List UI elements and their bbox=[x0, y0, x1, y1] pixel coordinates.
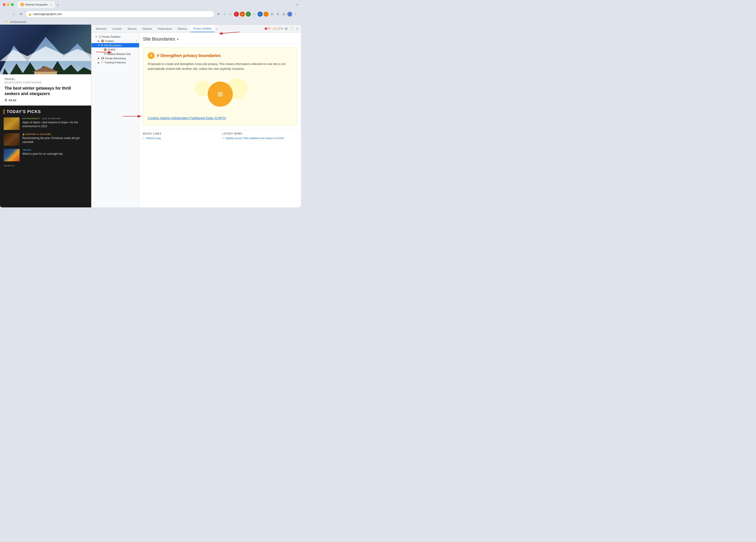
chips-label: CHIPS bbox=[108, 48, 116, 51]
hero-section: TRAVEL ADVENTURES EVERYWHERE The best wi… bbox=[0, 25, 91, 106]
forward-button[interactable]: → bbox=[10, 11, 16, 17]
info-badge: 📋 74 bbox=[277, 27, 283, 30]
active-tab[interactable]: N National Geographic × bbox=[17, 1, 55, 8]
pick-category-2: TRAVEL bbox=[22, 149, 88, 151]
tab-network[interactable]: Network bbox=[140, 25, 155, 32]
list-item[interactable]: TRAVEL What to pack for an overnight tri… bbox=[4, 149, 88, 161]
devtools-panel: Elements Console Sources Network Perform… bbox=[91, 25, 301, 207]
tab-privacy-sandbox[interactable]: Privacy Sandbox bbox=[190, 25, 215, 32]
list-item[interactable]: 🔒 HISTORY & CULTURE Remembering the year… bbox=[4, 133, 88, 146]
sidebar-item-tracking-protection[interactable]: ▶ 🛡 Tracking Protection bbox=[91, 60, 139, 65]
sidebar-item-privacy-sandbox[interactable]: ▼ 🏖 Privacy Sandbox bbox=[91, 35, 139, 39]
ext4-icon[interactable]: ✓ bbox=[246, 12, 251, 17]
tab-close-button[interactable]: × bbox=[50, 3, 52, 6]
settings-button[interactable]: ⚙ bbox=[284, 26, 289, 31]
thumb-env-image bbox=[4, 117, 20, 130]
ext8-icon[interactable]: ⊡ bbox=[269, 12, 274, 17]
more-menu-button[interactable]: ⋮ bbox=[293, 12, 298, 17]
animals-label: ANIMALS bbox=[4, 165, 88, 167]
devtools-body: ▼ 🏖 Privacy Sandbox ▶ 🍪 Cookies ⠿ ▼ bbox=[91, 33, 301, 207]
card-title: # Strengthen privacy boundaries bbox=[157, 53, 221, 58]
nav-bar: ← → ↺ 🔒 nationalgeographic.com 👁 ☆ □ 🔴 2… bbox=[0, 9, 301, 19]
card-icon-label: B bbox=[150, 54, 152, 57]
window-chevron: ∨ bbox=[296, 3, 298, 6]
website-panel: TRAVEL ADVENTURES EVERYWHERE The best wi… bbox=[0, 25, 91, 207]
report-bug-link[interactable]: Report a bug bbox=[143, 137, 218, 139]
expand-arrow-tp: ▶ bbox=[98, 61, 100, 64]
latest-news-column: LATEST NEWS Digiday survey: Why publishe… bbox=[223, 132, 298, 140]
close-traffic-light[interactable] bbox=[3, 3, 5, 6]
tab-title: National Geographic bbox=[25, 3, 48, 6]
error-count: 27 bbox=[268, 27, 270, 30]
pick-title-0: Signs of alarm—and reasons to hope—for t… bbox=[22, 121, 88, 128]
maximize-traffic-light[interactable] bbox=[11, 3, 14, 6]
back-button[interactable]: ← bbox=[3, 11, 9, 17]
quick-links-header: QUICK LINKS bbox=[143, 132, 218, 135]
refresh-button[interactable]: ↺ bbox=[18, 11, 24, 17]
bookmarks-label[interactable]: All Bookmarks bbox=[10, 21, 26, 23]
warning-icon: ⚠ bbox=[271, 27, 273, 30]
minimize-traffic-light[interactable] bbox=[7, 3, 10, 6]
tab-memory[interactable]: Memory bbox=[175, 25, 190, 32]
card-description: Proposals to create and strengthen cross… bbox=[148, 62, 293, 71]
ext5-icon[interactable]: □ bbox=[252, 12, 257, 17]
ext2-icon[interactable]: 🔴 bbox=[234, 12, 239, 17]
lock-icon-1: 🔒 bbox=[22, 133, 25, 135]
error-icon: 🔴 bbox=[264, 27, 267, 30]
sidebar-item-related-website-sets[interactable]: ⊞ Related Website Sets bbox=[91, 52, 139, 56]
tab-performance[interactable]: Performance bbox=[155, 25, 175, 32]
privacy-sandbox-icon: 🏖 bbox=[98, 35, 101, 38]
devtools-menu-button[interactable]: ⋮ bbox=[290, 26, 295, 31]
ext9-icon[interactable]: G bbox=[275, 12, 280, 17]
ext3-badge[interactable]: 22 bbox=[240, 12, 245, 17]
picks-section: TODAY'S PICKS ENVIRONMENT 2023 IN REVIEW… bbox=[0, 106, 91, 207]
sidebar-item-site-boundaries[interactable]: ▼ ⊞ Site Boundaries bbox=[91, 43, 139, 47]
pick-thumbnail-0 bbox=[4, 117, 20, 130]
sidebar-item-chips[interactable]: 🍪 CHIPS bbox=[91, 47, 139, 52]
tab-privacy-sandbox-label: Privacy Sandbox bbox=[193, 27, 212, 30]
private-advertising-icon: 📢 bbox=[101, 57, 104, 60]
avatar-icon[interactable]: 👤 bbox=[287, 12, 292, 17]
bottom-section: QUICK LINKS Report a bug LATEST NEWS Dig… bbox=[143, 129, 297, 140]
main-area: TRAVEL ADVENTURES EVERYWHERE The best wi… bbox=[0, 25, 301, 207]
rws-label: Related Website Sets bbox=[107, 53, 131, 55]
report-bug-label: Report a bug bbox=[146, 137, 161, 139]
devtools-close-button[interactable]: × bbox=[295, 26, 299, 31]
tab-bar: N National Geographic × + bbox=[17, 1, 294, 8]
read-label: READ bbox=[9, 99, 17, 102]
ext6-icon[interactable]: 94 bbox=[258, 12, 263, 17]
card-header: B # Strengthen privacy boundaries bbox=[148, 52, 293, 59]
lock-icon: 🔒 bbox=[28, 13, 32, 16]
site-boundaries-header: Site Boundaries ▾ bbox=[143, 36, 297, 44]
tab-memory-label: Memory bbox=[178, 27, 187, 30]
more-tabs-button[interactable]: » bbox=[215, 26, 218, 31]
address-bar[interactable]: 🔒 nationalgeographic.com bbox=[26, 11, 214, 18]
dropdown-arrow[interactable]: ▾ bbox=[177, 37, 179, 41]
chips-link[interactable]: Cookies Having Independent Partitioned S… bbox=[148, 116, 226, 120]
site-boundaries-icon: ⊞ bbox=[101, 44, 103, 47]
bookmarks-folder-icon: 📁 bbox=[5, 20, 8, 23]
ext10-icon[interactable]: ⊟ bbox=[281, 12, 286, 17]
hero-title: The best winter getaways for thrill seek… bbox=[5, 86, 87, 96]
tab-console[interactable]: Console bbox=[110, 25, 124, 32]
eye-icon[interactable]: 👁 bbox=[216, 12, 221, 17]
sidebar-item-cookies[interactable]: ▶ 🍪 Cookies ⠿ bbox=[91, 39, 139, 43]
star-icon[interactable]: ☆ bbox=[222, 12, 227, 17]
rws-icon: ⊞ bbox=[104, 52, 106, 55]
picks-title: TODAY'S PICKS bbox=[7, 109, 41, 114]
list-item[interactable]: ENVIRONMENT 2023 IN REVIEW Signs of alar… bbox=[4, 117, 88, 130]
tab-elements[interactable]: Elements bbox=[93, 25, 109, 32]
link-dot-icon-2 bbox=[223, 137, 224, 139]
hero-read-button[interactable]: ☰ READ bbox=[5, 99, 87, 102]
ext7-icon[interactable]: ! bbox=[264, 12, 269, 17]
sidebar-item-private-advertising[interactable]: ▶ 📢 Private Advertising bbox=[91, 56, 139, 60]
tab-sources-label: Sources bbox=[127, 27, 137, 30]
digiday-link[interactable]: Digiday survey: Why publishers are ready… bbox=[223, 137, 298, 139]
separator: | bbox=[3, 21, 3, 23]
thumb-hist-image bbox=[4, 133, 20, 146]
tab-sources[interactable]: Sources bbox=[125, 25, 139, 32]
ext1-icon[interactable]: □ bbox=[228, 12, 233, 17]
tab-console-label: Console bbox=[112, 27, 122, 30]
new-tab-button[interactable]: + bbox=[55, 2, 61, 8]
bookmarks-bar: | 📁 All Bookmarks bbox=[0, 19, 301, 25]
